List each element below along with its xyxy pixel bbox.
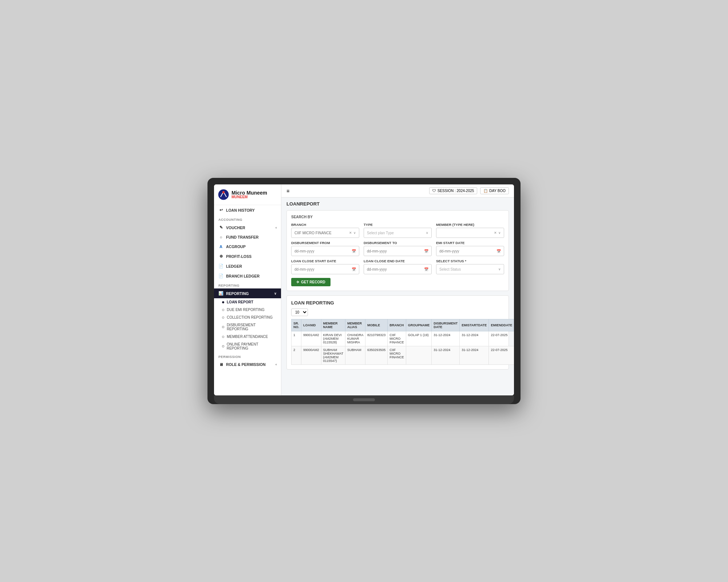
sidebar-item-loan-history[interactable]: ↩ LOAN HISTORY (214, 205, 281, 215)
logo-icon (218, 189, 229, 200)
topbar: ≡ 🛡 SESSION : 2024-2025 📋 DAY BOO (281, 184, 514, 198)
cell-emi-start-date: 31-12-2024 (460, 331, 489, 346)
emi-start-input[interactable]: 📅 (436, 246, 504, 256)
col-mobile: MOBILE (365, 319, 388, 331)
select-status-label: SELECT STATUS * (436, 259, 504, 263)
sidebar-item-role-permission[interactable]: 🖥 ROLE & PERMISSION ‹ (214, 360, 281, 369)
role-permission-icon: 🖥 (218, 362, 223, 367)
daybook-badge[interactable]: 📋 DAY BOO (480, 187, 509, 194)
get-record-icon: ✈ (296, 280, 299, 284)
calendar-icon-5: 📅 (424, 267, 428, 271)
loan-close-end-label: LOAN CLOSE END DATE (364, 259, 432, 263)
loan-close-start-input[interactable]: 📅 (291, 264, 359, 274)
sidebar-item-reporting[interactable]: 📊 REPORTING ∨ (214, 288, 281, 298)
cell-sr: 2 (292, 346, 301, 365)
disbursement-to-input[interactable]: 📅 (364, 246, 432, 256)
get-record-button[interactable]: ✈ GET RECORD (291, 278, 331, 286)
menu-icon[interactable]: ≡ (286, 188, 289, 194)
calendar-icon-4: 📅 (352, 267, 356, 271)
member-group: MEMBER (TYPE HERE) ✕ ∨ (436, 223, 504, 238)
calendar-icon-3: 📅 (496, 249, 501, 253)
loan-close-end-input[interactable]: 📅 (364, 264, 432, 274)
loan-report-dot (222, 301, 224, 303)
type-group: TYPE Select plan Type ∨ (364, 223, 432, 238)
type-label: TYPE (364, 223, 432, 227)
sidebar-item-ledger[interactable]: 📄 LEDGER (214, 261, 281, 271)
loan-history-icon: ↩ (218, 208, 223, 212)
member-clear-icon[interactable]: ✕ (494, 231, 497, 235)
profit-loss-icon: ⊕ (218, 254, 223, 259)
branch-label: BRANCH (291, 223, 359, 227)
cell-mobile: 8210798323 (365, 331, 388, 346)
member-chevron-icon: ∨ (498, 231, 501, 235)
cell-disbursement-date: 31-12-2024 (432, 346, 460, 365)
cell-emi-end-date: 22-07-2025 (489, 346, 514, 365)
col-sr-no: SR. NO. (292, 319, 301, 331)
cell-member-name: KIRAN DEVI (AM2MEM 0115528) (321, 331, 345, 346)
emi-start-label: EMI START DATE (436, 241, 504, 245)
loan-close-start-label: LOAN CLOSE START DATE (291, 259, 359, 263)
reporting-section-label: REPORTING (214, 281, 281, 288)
col-member-name: MEMBER NAME (321, 319, 345, 331)
sidebar-item-profit-loss[interactable]: ⊕ PROFIT-LOSS (214, 251, 281, 261)
page-title: LOANREPORT (286, 201, 509, 207)
sidebar-item-fund-transfer[interactable]: ○ FUND TRANSFER (214, 232, 281, 242)
cell-loanid: 99000AM2 (301, 346, 321, 365)
table-controls: 10 25 50 (291, 308, 504, 316)
emi-start-field[interactable] (439, 249, 496, 253)
branch-select[interactable]: CIIF MICRO FINANCE ✕ ∨ (291, 228, 359, 238)
loan-close-start-group: LOAN CLOSE START DATE 📅 (291, 259, 359, 274)
logo-text: Micro Muneem MUNEEM (232, 190, 267, 199)
due-emi-dot (222, 309, 224, 311)
disbursement-to-label: DISBURSEMENT TO (364, 241, 432, 245)
loan-close-end-group: LOAN CLOSE END DATE 📅 (364, 259, 432, 274)
disbursement-to-group: DISBURSEMENT TO 📅 (364, 241, 432, 256)
svg-point-0 (218, 190, 229, 200)
page-content: LOANREPORT SEARCH BY BRANCH CIIF MICRO F… (281, 198, 514, 373)
session-icon: 🛡 (432, 189, 436, 193)
type-select[interactable]: Select plan Type ∨ (364, 228, 432, 238)
emi-start-group: EMI START DATE 📅 (436, 241, 504, 256)
session-badge: 🛡 SESSION : 2024-2025 (429, 187, 478, 194)
disbursement-from-input[interactable]: 📅 (291, 246, 359, 256)
cell-emi-start-date: 31-12-2024 (460, 346, 489, 365)
select-status-group: SELECT STATUS * Select Status ∨ (436, 259, 504, 274)
daybook-icon: 📋 (483, 189, 488, 193)
cell-branch: CIIF MICRO FINANCE (388, 346, 406, 365)
role-permission-arrow: ‹ (276, 363, 277, 366)
search-by-label: SEARCH BY (291, 215, 504, 219)
sidebar-sub-item-loan-report[interactable]: LOAN REPORT (214, 298, 281, 306)
voucher-icon: ✎ (218, 225, 223, 230)
sidebar-sub-item-disbursement[interactable]: DISBURSEMENT REPORTING (214, 321, 281, 333)
sidebar-item-voucher[interactable]: ✎ VOUCHER ‹ (214, 223, 281, 232)
status-chevron-icon: ∨ (498, 267, 501, 271)
table-row: 2 99000AM2 SUBHAM SHEKHAWAT (AM2MEM 0115… (292, 346, 514, 365)
loan-close-start-field[interactable] (294, 267, 352, 271)
disbursement-from-field[interactable] (294, 249, 352, 253)
reporting-title: LOAN REPORTING (291, 300, 504, 306)
sidebar-item-branch-ledger[interactable]: 📄 BRANCH LEDGER (214, 271, 281, 281)
type-chevron-icon: ∨ (426, 231, 428, 235)
branch-clear-icon[interactable]: ✕ (349, 231, 352, 235)
sidebar-sub-item-member-attendance[interactable]: MEMBER ATTENDANCE (214, 333, 281, 340)
sidebar-sub-item-due-emi[interactable]: DUE EMI REPORTING (214, 306, 281, 314)
reporting-arrow: ∨ (274, 292, 277, 295)
cell-mobile: 6350293505 (365, 346, 388, 365)
sidebar-item-acgroup[interactable]: A ACGROUP (214, 242, 281, 251)
member-input[interactable]: ✕ ∨ (436, 228, 504, 238)
search-form: BRANCH CIIF MICRO FINANCE ✕ ∨ (291, 223, 504, 274)
branch-group: BRANCH CIIF MICRO FINANCE ✕ ∨ (291, 223, 359, 238)
disbursement-to-field[interactable] (367, 249, 424, 253)
fund-transfer-icon: ○ (218, 235, 223, 239)
table-body: 1 99001AM2 KIRAN DEVI (AM2MEM 0115528) C… (292, 331, 514, 365)
col-branch: BRANCH (388, 319, 406, 331)
sidebar-sub-item-collection[interactable]: COLLECTION REPORTING (214, 314, 281, 321)
col-groupname: GROUPNAME (406, 319, 432, 331)
loan-close-end-field[interactable] (367, 267, 424, 271)
per-page-select[interactable]: 10 25 50 (291, 308, 308, 316)
svg-point-1 (222, 191, 225, 193)
calendar-icon-2: 📅 (424, 249, 428, 253)
table-header-row: SR. NO. LOANID MEMBER NAME MEMBER ALIAS … (292, 319, 514, 331)
select-status-select[interactable]: Select Status ∨ (436, 264, 504, 274)
sidebar-sub-item-online-payment[interactable]: ONLINE PAYMENT REPORTING (214, 340, 281, 352)
